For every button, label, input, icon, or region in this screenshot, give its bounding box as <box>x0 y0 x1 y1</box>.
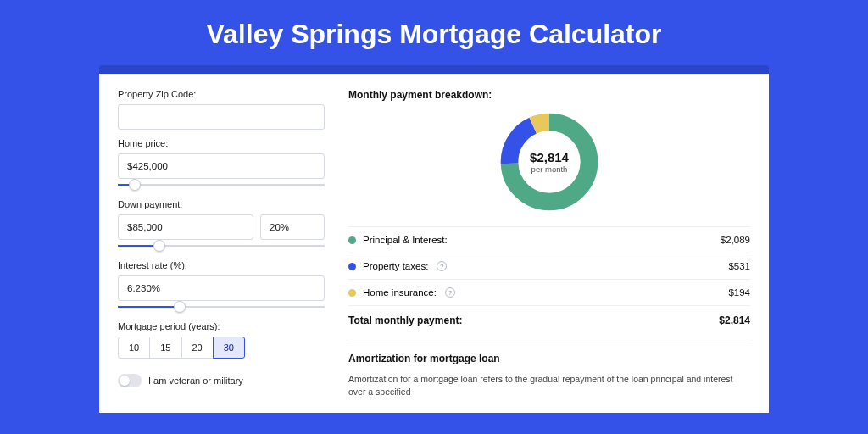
legend-value: $531 <box>728 261 750 271</box>
interest-rate-label: Interest rate (%): <box>118 260 325 270</box>
total-label: Total monthly payment: <box>348 314 462 326</box>
donut-chart: $2,814 per month <box>348 109 750 214</box>
term-button-30[interactable]: 30 <box>213 337 245 359</box>
header-band: Property Zip Code: Home price: Down paym… <box>99 65 769 413</box>
total-value: $2,814 <box>719 314 750 326</box>
legend-value: $194 <box>728 287 750 298</box>
legend-left: Property taxes:? <box>348 261 447 271</box>
breakdown-panel: Monthly payment breakdown: $2,814 per mo… <box>348 89 750 413</box>
legend-dot <box>348 236 356 244</box>
legend-left: Principal & Interest: <box>348 235 448 245</box>
term-button-15[interactable]: 15 <box>149 337 181 359</box>
term-button-10[interactable]: 10 <box>118 337 150 359</box>
down-payment-pct-input[interactable] <box>260 214 325 240</box>
legend-row: Home insurance:?$194 <box>348 280 750 306</box>
home-price-input[interactable] <box>118 153 325 179</box>
slider-track <box>118 184 325 186</box>
help-icon[interactable]: ? <box>445 287 455 298</box>
donut-amount: $2,814 <box>530 150 569 164</box>
slider-fill <box>118 306 180 308</box>
total-row: Total monthly payment: $2,814 <box>348 306 750 338</box>
zip-label: Property Zip Code: <box>118 89 325 99</box>
legend-row: Principal & Interest:$2,089 <box>348 226 750 253</box>
legend-row: Property taxes:?$531 <box>348 253 750 280</box>
legend-label: Principal & Interest: <box>363 235 448 245</box>
legend-dot <box>348 289 356 297</box>
interest-rate-slider[interactable] <box>118 301 325 313</box>
legend-label: Property taxes: <box>363 261 428 271</box>
veteran-label: I am veteran or military <box>148 376 243 386</box>
calculator-card: Property Zip Code: Home price: Down paym… <box>99 74 769 413</box>
help-icon[interactable]: ? <box>437 261 447 271</box>
donut-caption: per month <box>531 164 568 174</box>
hero: Valley Springs Mortgage Calculator <box>0 0 868 65</box>
amortization-text: Amortization for a mortgage loan refers … <box>348 373 750 398</box>
term-label: Mortgage period (years): <box>118 321 325 331</box>
down-payment-slider[interactable] <box>118 240 325 252</box>
page-title: Valley Springs Mortgage Calculator <box>0 19 868 50</box>
legend: Principal & Interest:$2,089Property taxe… <box>348 226 750 306</box>
amortization-title: Amortization for mortgage loan <box>348 353 750 364</box>
legend-value: $2,089 <box>721 235 750 245</box>
legend-dot <box>348 263 356 270</box>
home-price-slider[interactable] <box>118 179 325 191</box>
legend-left: Home insurance:? <box>348 287 455 298</box>
amortization-section: Amortization for mortgage loan Amortizat… <box>348 342 750 398</box>
donut-center: $2,814 per month <box>497 109 602 214</box>
term-button-20[interactable]: 20 <box>181 337 214 359</box>
veteran-toggle[interactable] <box>118 374 142 387</box>
inputs-panel: Property Zip Code: Home price: Down paym… <box>118 89 325 413</box>
term-group: 10152030 <box>118 337 325 359</box>
home-price-label: Home price: <box>118 138 325 148</box>
zip-input[interactable] <box>118 104 325 130</box>
down-payment-input[interactable] <box>118 214 253 240</box>
interest-rate-input[interactable] <box>118 275 325 301</box>
slider-thumb[interactable] <box>153 240 165 252</box>
breakdown-title: Monthly payment breakdown: <box>348 89 750 101</box>
slider-thumb[interactable] <box>174 301 186 313</box>
slider-thumb[interactable] <box>129 179 141 191</box>
down-payment-label: Down payment: <box>118 199 325 209</box>
legend-label: Home insurance: <box>363 287 437 298</box>
